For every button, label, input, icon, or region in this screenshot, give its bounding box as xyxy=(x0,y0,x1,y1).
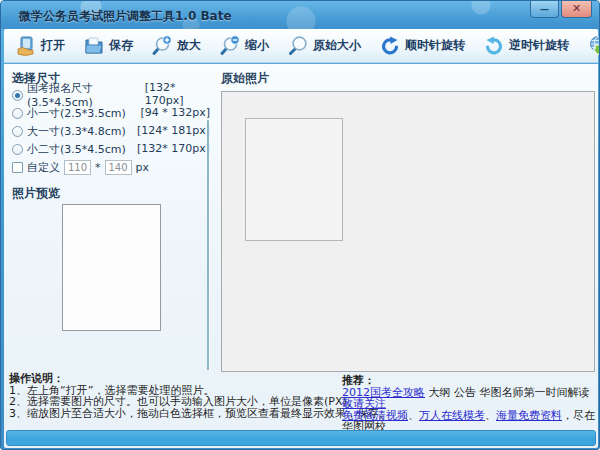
link-online-mock-exam[interactable]: 万人在线模考 xyxy=(419,409,485,422)
original-photo-canvas[interactable] xyxy=(221,91,595,372)
rotate-clockwise-icon xyxy=(379,35,401,57)
radio-icon[interactable] xyxy=(12,144,23,155)
zoom-out-icon xyxy=(219,35,241,57)
rotate-clockwise-button[interactable]: 顺时针旋转 xyxy=(372,32,472,60)
recommend-separator: 、 xyxy=(408,409,419,422)
open-button-label: 打开 xyxy=(41,37,65,54)
size-option-guokao[interactable]: 国考报名尺寸(3.5*4.5cm) [132* 170px] xyxy=(12,87,210,103)
size-option-dayicun[interactable]: 大一寸(3.3*4.8cm) [124* 181px] xyxy=(12,123,210,139)
radio-checked-icon[interactable] xyxy=(12,90,23,101)
original-size-button-label: 原始大小 xyxy=(313,37,361,54)
close-icon: ✕ xyxy=(572,2,581,15)
size-option-name: 小二寸(3.5*4.5cm) xyxy=(27,142,126,157)
app-window: 微学公务员考试照片调整工具1.0 Bate — ✕ 打开 xyxy=(0,0,600,450)
radio-icon[interactable] xyxy=(12,126,23,137)
zoom-in-button-label: 放大 xyxy=(177,37,201,54)
instructions-block: 操作说明： 1、左上角“打开”，选择需要处理的照片。 2、选择需要图片的尺寸。也… xyxy=(9,373,339,419)
titlebar: 微学公务员考试照片调整工具1.0 Bate — ✕ xyxy=(1,1,599,29)
minimize-icon: — xyxy=(540,4,549,14)
panel-splitter[interactable] xyxy=(207,120,209,370)
save-icon xyxy=(83,35,105,57)
exam-software-icon xyxy=(587,35,600,57)
rotate-counterclockwise-icon xyxy=(483,35,505,57)
close-button[interactable]: ✕ xyxy=(561,1,592,18)
status-bar xyxy=(6,430,596,446)
pixel-unit-label: px xyxy=(136,161,150,174)
recommend-line-1: 2012国考全攻略 大纲 公告 华图名师第一时间解读 敬请关注 xyxy=(342,387,596,410)
size-option-pixels: [124* 181px] xyxy=(137,124,210,139)
size-option-name: 小一寸(2.5*3.5cm) xyxy=(27,106,126,121)
original-size-icon xyxy=(287,35,309,57)
custom-size-row: 自定义 * px xyxy=(12,160,149,175)
open-button[interactable]: 打开 xyxy=(8,32,72,60)
save-button[interactable]: 保存 xyxy=(76,32,140,60)
zoom-in-button[interactable]: 放大 xyxy=(144,32,208,60)
zoom-out-button-label: 缩小 xyxy=(245,37,269,54)
instructions-title: 操作说明： xyxy=(9,373,339,385)
photo-preview-box xyxy=(62,204,161,331)
recommend-separator: 、 xyxy=(485,409,496,422)
toolbar: 打开 保存 放大 xyxy=(4,29,598,63)
size-option-pixels: [132* 170px] xyxy=(137,142,210,157)
link-free-materials[interactable]: 海量免费资料 xyxy=(496,409,562,422)
rotate-counterclockwise-button[interactable]: 逆时针旋转 xyxy=(476,32,576,60)
custom-height-input[interactable] xyxy=(105,160,132,175)
custom-size-label: 自定义 xyxy=(27,160,60,175)
photo-selection-box[interactable] xyxy=(245,118,343,241)
instruction-line: 3、缩放图片至合适大小，拖动白色选择框，预览区查看最终显示效果，保存。 xyxy=(9,408,339,420)
zoom-in-icon xyxy=(151,35,173,57)
preview-panel-title: 照片预览 xyxy=(12,185,60,202)
original-size-button[interactable]: 原始大小 xyxy=(280,32,368,60)
radio-icon[interactable] xyxy=(12,108,23,119)
instruction-line: 2、选择需要图片的尺寸。也可以手动输入图片大小，单位是像素(PX)。 xyxy=(9,396,339,408)
times-symbol: * xyxy=(95,161,101,174)
size-option-xiaoyicun[interactable]: 小一寸(2.5*3.5cm) [94 * 132px] xyxy=(12,105,210,121)
size-option-pixels: [94 * 132px] xyxy=(140,106,210,121)
open-photo-icon xyxy=(15,35,37,57)
exam-software-button[interactable]: 公考软件 xyxy=(580,32,600,60)
rotate-counterclockwise-button-label: 逆时针旋转 xyxy=(509,37,569,54)
minimize-button[interactable]: — xyxy=(530,1,559,18)
size-option-name: 大一寸(3.3*4.8cm) xyxy=(27,124,126,139)
zoom-out-button[interactable]: 缩小 xyxy=(212,32,276,60)
size-option-xiaoercun[interactable]: 小二寸(3.5*4.5cm) [132* 170px] xyxy=(12,141,210,157)
window-title: 微学公务员考试照片调整工具1.0 Bate xyxy=(19,8,232,25)
rotate-clockwise-button-label: 顺时针旋转 xyxy=(405,37,465,54)
recommend-text: 大纲 公告 华图名师第一时间解读 xyxy=(425,386,590,399)
main-area: 选择尺寸 国考报名尺寸(3.5*4.5cm) [132* 170px] 小一寸(… xyxy=(4,64,598,448)
custom-width-input[interactable] xyxy=(64,160,91,175)
original-panel-title: 原始照片 xyxy=(221,70,269,87)
custom-size-checkbox[interactable] xyxy=(12,162,23,173)
save-button-label: 保存 xyxy=(109,37,133,54)
